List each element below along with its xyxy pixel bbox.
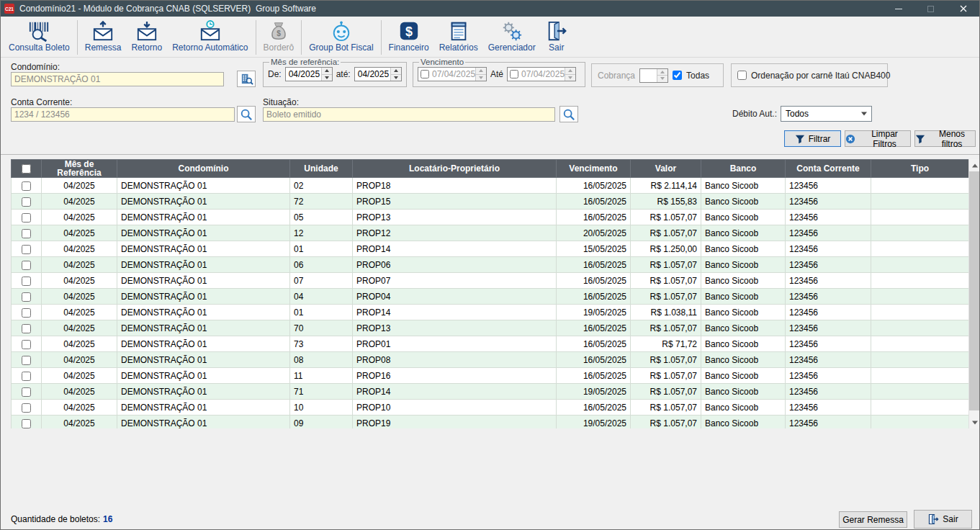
- spin-up-button[interactable]: [391, 68, 401, 74]
- condominio-lookup-button[interactable]: [237, 71, 256, 87]
- situacao-input[interactable]: [263, 107, 555, 122]
- toolbar-retorno-automatico[interactable]: Retorno Automático: [167, 18, 253, 57]
- cell-valor: R$ 71,72: [631, 336, 701, 352]
- table-row[interactable]: 04/2025 DEMONSTRAÇÃO 01 73 PROP01 16/05/…: [12, 336, 969, 352]
- spin-down-button[interactable]: [476, 74, 486, 81]
- spin-up-button[interactable]: [565, 68, 575, 74]
- spin-down-button[interactable]: [391, 74, 401, 81]
- limpar-filtros-button[interactable]: Limpar Filtros: [845, 130, 911, 147]
- table-row[interactable]: 04/2025 DEMONSTRAÇÃO 01 01 PROP14 19/05/…: [12, 305, 969, 320]
- table-row[interactable]: 04/2025 DEMONSTRAÇÃO 01 04 PROP04 16/05/…: [12, 289, 969, 305]
- vencimento-de-field[interactable]: 07/04/2025: [418, 67, 487, 81]
- exit-door-icon: [927, 513, 939, 525]
- select-all-checkbox[interactable]: [22, 164, 31, 174]
- table-row[interactable]: 04/2025 DEMONSTRAÇÃO 01 06 PROP06 16/05/…: [12, 257, 969, 273]
- row-checkbox[interactable]: [22, 356, 31, 365]
- conta-corrente-lookup-button[interactable]: [237, 106, 256, 122]
- close-button[interactable]: [947, 1, 979, 17]
- table-row[interactable]: 04/2025 DEMONSTRAÇÃO 01 72 PROP15 16/05/…: [12, 194, 969, 210]
- col-header-valor[interactable]: Valor: [631, 160, 701, 178]
- row-checkbox[interactable]: [22, 277, 31, 286]
- sair-button[interactable]: Sair: [914, 510, 972, 529]
- gerar-remessa-button[interactable]: Gerar Remessa: [839, 511, 907, 528]
- row-checkbox[interactable]: [22, 229, 31, 238]
- menos-filtros-button[interactable]: Menos filtros: [914, 130, 976, 147]
- title-bar[interactable]: C21 Condomínio21 - Módulo de Cobrança CN…: [1, 1, 979, 17]
- col-header-unidade[interactable]: Unidade: [290, 160, 353, 178]
- row-checkbox[interactable]: [22, 197, 31, 207]
- row-checkbox[interactable]: [22, 340, 31, 349]
- table-row[interactable]: 04/2025 DEMONSTRAÇÃO 01 05 PROP13 16/05/…: [12, 210, 969, 225]
- col-header-vencimento[interactable]: Vencimento: [557, 160, 631, 178]
- col-header-condominio[interactable]: Condomínio: [117, 160, 290, 178]
- vertical-scrollbar[interactable]: [968, 159, 980, 428]
- col-header-locatario[interactable]: Locatário-Proprietário: [353, 160, 557, 178]
- situacao-lookup-button[interactable]: [559, 106, 578, 122]
- col-header-tipo[interactable]: Tipo: [871, 160, 969, 178]
- row-checkbox[interactable]: [22, 308, 31, 318]
- table-row[interactable]: 04/2025 DEMONSTRAÇÃO 01 11 PROP16 16/05/…: [12, 368, 969, 384]
- vencimento-de-checkbox[interactable]: [421, 70, 429, 78]
- dollar-badge-icon: $: [398, 19, 420, 42]
- table-row[interactable]: 04/2025 DEMONSTRAÇÃO 01 71 PROP14 19/05/…: [12, 384, 969, 400]
- barcode-search-icon: [28, 19, 50, 42]
- row-checkbox[interactable]: [22, 213, 31, 223]
- row-checkbox[interactable]: [22, 245, 31, 254]
- toolbar-gerenciador[interactable]: Gerenciador: [483, 18, 541, 57]
- cell-condominio: DEMONSTRAÇÃO 01: [117, 178, 290, 194]
- debito-aut-select[interactable]: Todos: [781, 106, 872, 122]
- spin-up-button: [657, 69, 667, 76]
- row-checkbox[interactable]: [22, 372, 31, 381]
- scrollbar-thumb[interactable]: [969, 171, 980, 410]
- cell-unidade: 73: [290, 336, 353, 352]
- spin-down-button[interactable]: [322, 74, 332, 81]
- toolbar-financeiro[interactable]: $ Financeiro: [384, 18, 434, 57]
- cell-locatario: PROP14: [353, 241, 557, 257]
- filtrar-button[interactable]: Filtrar: [784, 130, 841, 147]
- spin-down-button[interactable]: [565, 74, 575, 81]
- table-row[interactable]: 04/2025 DEMONSTRAÇÃO 01 70 PROP13 16/05/…: [12, 320, 969, 336]
- row-checkbox[interactable]: [22, 403, 31, 413]
- conta-corrente-input[interactable]: [11, 107, 235, 122]
- scroll-down-button[interactable]: [969, 416, 980, 428]
- row-checkbox[interactable]: [22, 292, 31, 302]
- table-row[interactable]: 04/2025 DEMONSTRAÇÃO 01 02 PROP18 16/05/…: [12, 178, 969, 194]
- table-row[interactable]: 04/2025 DEMONSTRAÇÃO 01 10 PROP10 16/05/…: [12, 400, 969, 416]
- table-row[interactable]: 04/2025 DEMONSTRAÇÃO 01 01 PROP14 15/05/…: [12, 241, 969, 257]
- select-all-header: [12, 160, 42, 178]
- row-checkbox[interactable]: [22, 261, 31, 270]
- cell-tipo: [871, 257, 969, 273]
- table-row[interactable]: 04/2025 DEMONSTRAÇÃO 01 12 PROP12 20/05/…: [12, 225, 969, 241]
- spin-up-button[interactable]: [322, 68, 332, 74]
- ordenacao-checkbox[interactable]: [737, 71, 747, 80]
- spin-up-button[interactable]: [476, 68, 486, 74]
- col-header-mes-referencia[interactable]: Mês de Referência: [42, 160, 117, 178]
- row-checkbox[interactable]: [22, 181, 31, 191]
- todas-checkbox[interactable]: [673, 71, 682, 80]
- row-checkbox[interactable]: [22, 419, 31, 428]
- col-header-conta-corrente[interactable]: Conta Corrente: [786, 160, 871, 178]
- mes-de-spinner[interactable]: 04/2025: [285, 67, 333, 81]
- vencimento-ate-checkbox[interactable]: [510, 70, 518, 78]
- vencimento-ate-label: Até: [490, 69, 503, 79]
- grid-body: 04/2025 DEMONSTRAÇÃO 01 02 PROP18 16/05/…: [12, 178, 969, 429]
- toolbar-group-bot-fiscal[interactable]: Group Bot Fiscal: [304, 18, 378, 57]
- table-row[interactable]: 04/2025 DEMONSTRAÇÃO 01 08 PROP08 16/05/…: [12, 352, 969, 368]
- col-header-banco[interactable]: Banco: [701, 160, 786, 178]
- table-row[interactable]: 04/2025 DEMONSTRAÇÃO 01 09 PROP19 19/05/…: [12, 416, 969, 429]
- toolbar-retorno[interactable]: Retorno: [126, 18, 167, 57]
- scroll-up-button[interactable]: [969, 159, 980, 171]
- toolbar-sair[interactable]: Sair: [541, 18, 572, 57]
- condominio-input[interactable]: [11, 72, 224, 86]
- row-checkbox[interactable]: [22, 387, 31, 397]
- mes-referencia-group-label: Mês de referência:: [269, 58, 341, 66]
- toolbar-relatorios[interactable]: Relatórios: [434, 18, 483, 57]
- vencimento-ate-field[interactable]: 07/04/2025: [507, 67, 576, 81]
- mes-ate-spinner[interactable]: 04/2025: [354, 67, 402, 81]
- cell-mes-referencia: 04/2025: [42, 305, 117, 320]
- toolbar-consulta-boleto[interactable]: Consulta Boleto: [4, 18, 75, 57]
- toolbar-remessa[interactable]: Remessa: [80, 18, 127, 57]
- table-row[interactable]: 04/2025 DEMONSTRAÇÃO 01 07 PROP07 16/05/…: [12, 273, 969, 289]
- minimize-button[interactable]: [882, 1, 914, 17]
- row-checkbox[interactable]: [22, 324, 31, 333]
